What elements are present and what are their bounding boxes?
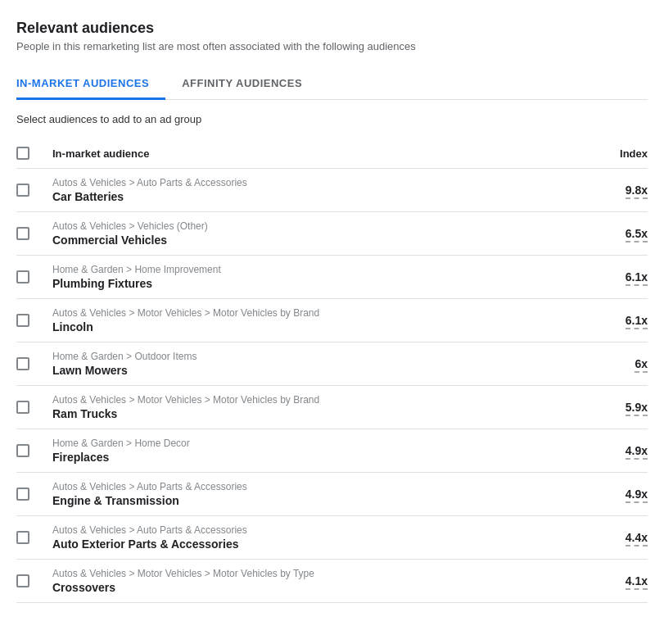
row-index-cell-7: 4.9x bbox=[582, 488, 648, 501]
tab-affinity[interactable]: AFFINITY AUDIENCES bbox=[182, 69, 318, 99]
index-value-4: 6x bbox=[635, 357, 648, 373]
table-row: Home & Garden > Home Improvement Plumbin… bbox=[16, 256, 648, 299]
index-value-2: 6.1x bbox=[626, 270, 648, 286]
table-row: Autos & Vehicles > Auto Parts & Accessor… bbox=[16, 169, 648, 212]
table-row: Autos & Vehicles > Vehicles (Other) Comm… bbox=[16, 212, 648, 256]
index-value-3: 6.1x bbox=[626, 314, 648, 329]
row-name-cell-7: Autos & Vehicles > Auto Parts & Accessor… bbox=[52, 481, 582, 507]
audience-name-1: Commercial Vehicles bbox=[52, 234, 582, 247]
select-label: Select audiences to add to an ad group bbox=[16, 113, 648, 125]
row-checkbox-cell-2 bbox=[16, 270, 52, 283]
row-checkbox-7[interactable] bbox=[16, 488, 29, 501]
audience-name-4: Lawn Mowers bbox=[52, 364, 582, 377]
row-checkbox-cell-4 bbox=[16, 357, 52, 370]
row-checkbox-9[interactable] bbox=[16, 574, 29, 587]
index-value-9: 4.1x bbox=[626, 574, 648, 590]
row-name-cell-4: Home & Garden > Outdoor Items Lawn Mower… bbox=[52, 351, 582, 377]
row-checkbox-0[interactable] bbox=[16, 184, 29, 197]
row-checkbox-6[interactable] bbox=[16, 444, 29, 457]
header-checkbox-cell bbox=[16, 147, 52, 160]
row-index-cell-4: 6x bbox=[582, 357, 648, 370]
row-name-cell-2: Home & Garden > Home Improvement Plumbin… bbox=[52, 264, 582, 290]
audience-name-6: Fireplaces bbox=[52, 451, 582, 464]
page-subtitle: People in this remarketing list are most… bbox=[16, 40, 648, 52]
row-index-cell-9: 4.1x bbox=[582, 574, 648, 587]
row-checkbox-4[interactable] bbox=[16, 357, 29, 370]
audience-name-9: Crossovers bbox=[52, 581, 582, 594]
row-index-cell-8: 4.4x bbox=[582, 531, 648, 544]
audience-category-2: Home & Garden > Home Improvement bbox=[52, 264, 582, 275]
row-checkbox-cell-6 bbox=[16, 444, 52, 457]
row-index-cell-1: 6.5x bbox=[582, 227, 648, 240]
audience-name-0: Car Batteries bbox=[52, 190, 582, 203]
row-name-cell-1: Autos & Vehicles > Vehicles (Other) Comm… bbox=[52, 220, 582, 247]
row-checkbox-5[interactable] bbox=[16, 401, 29, 414]
tab-in-market[interactable]: IN-MARKET AUDIENCES bbox=[16, 69, 165, 100]
index-value-8: 4.4x bbox=[626, 531, 648, 546]
main-container: Relevant audiences People in this remark… bbox=[0, 0, 664, 623]
table-row: Autos & Vehicles > Motor Vehicles > Moto… bbox=[16, 299, 648, 342]
audience-category-4: Home & Garden > Outdoor Items bbox=[52, 351, 582, 362]
row-index-cell-0: 9.8x bbox=[582, 184, 648, 197]
row-checkbox-cell-7 bbox=[16, 488, 52, 501]
audience-name-7: Engine & Transmission bbox=[52, 494, 582, 507]
index-value-0: 9.8x bbox=[626, 184, 648, 199]
row-checkbox-3[interactable] bbox=[16, 314, 29, 327]
row-index-cell-6: 4.9x bbox=[582, 444, 648, 457]
audience-category-0: Autos & Vehicles > Auto Parts & Accessor… bbox=[52, 177, 582, 188]
audience-category-9: Autos & Vehicles > Motor Vehicles > Moto… bbox=[52, 568, 582, 579]
row-checkbox-2[interactable] bbox=[16, 270, 29, 283]
row-checkbox-cell-0 bbox=[16, 184, 52, 197]
row-checkbox-cell-5 bbox=[16, 401, 52, 414]
audience-category-5: Autos & Vehicles > Motor Vehicles > Moto… bbox=[52, 394, 582, 406]
table-header-row: In-market audience Index bbox=[16, 138, 648, 169]
audience-category-7: Autos & Vehicles > Auto Parts & Accessor… bbox=[52, 481, 582, 492]
row-name-cell-0: Autos & Vehicles > Auto Parts & Accessor… bbox=[52, 177, 582, 203]
audience-name-8: Auto Exterior Parts & Accessories bbox=[52, 537, 582, 551]
table-row: Autos & Vehicles > Motor Vehicles > Moto… bbox=[16, 386, 648, 429]
row-checkbox-1[interactable] bbox=[16, 227, 29, 240]
audience-name-2: Plumbing Fixtures bbox=[52, 277, 582, 290]
audience-category-8: Autos & Vehicles > Auto Parts & Accessor… bbox=[52, 524, 582, 536]
col-header-index: Index bbox=[582, 147, 648, 160]
col-header-name: In-market audience bbox=[52, 147, 582, 160]
row-checkbox-cell-8 bbox=[16, 531, 52, 544]
select-all-checkbox[interactable] bbox=[16, 147, 29, 160]
page-title: Relevant audiences bbox=[16, 20, 648, 37]
audience-name-3: Lincoln bbox=[52, 320, 582, 333]
index-value-1: 6.5x bbox=[626, 227, 648, 243]
table-row: Autos & Vehicles > Auto Parts & Accessor… bbox=[16, 516, 648, 560]
row-checkbox-cell-9 bbox=[16, 574, 52, 587]
audience-name-5: Ram Trucks bbox=[52, 407, 582, 420]
index-value-6: 4.9x bbox=[626, 444, 648, 460]
table-row: Home & Garden > Outdoor Items Lawn Mower… bbox=[16, 342, 648, 386]
audience-category-1: Autos & Vehicles > Vehicles (Other) bbox=[52, 220, 582, 232]
row-name-cell-5: Autos & Vehicles > Motor Vehicles > Moto… bbox=[52, 394, 582, 420]
tabs-bar: IN-MARKET AUDIENCES AFFINITY AUDIENCES bbox=[16, 69, 648, 100]
table-row: Autos & Vehicles > Motor Vehicles > Moto… bbox=[16, 560, 648, 603]
index-value-7: 4.9x bbox=[626, 488, 648, 503]
row-index-cell-3: 6.1x bbox=[582, 314, 648, 327]
audience-category-6: Home & Garden > Home Decor bbox=[52, 438, 582, 449]
row-name-cell-9: Autos & Vehicles > Motor Vehicles > Moto… bbox=[52, 568, 582, 594]
row-checkbox-cell-3 bbox=[16, 314, 52, 327]
table-row: Home & Garden > Home Decor Fireplaces 4.… bbox=[16, 429, 648, 473]
row-index-cell-2: 6.1x bbox=[582, 270, 648, 283]
row-index-cell-5: 5.9x bbox=[582, 401, 648, 414]
row-checkbox-8[interactable] bbox=[16, 531, 29, 544]
table-body: Autos & Vehicles > Auto Parts & Accessor… bbox=[16, 169, 648, 603]
index-value-5: 5.9x bbox=[626, 401, 648, 416]
row-name-cell-6: Home & Garden > Home Decor Fireplaces bbox=[52, 438, 582, 464]
row-name-cell-8: Autos & Vehicles > Auto Parts & Accessor… bbox=[52, 524, 582, 551]
audience-category-3: Autos & Vehicles > Motor Vehicles > Moto… bbox=[52, 307, 582, 319]
audience-table: In-market audience Index Autos & Vehicle… bbox=[16, 138, 648, 603]
row-checkbox-cell-1 bbox=[16, 227, 52, 240]
row-name-cell-3: Autos & Vehicles > Motor Vehicles > Moto… bbox=[52, 307, 582, 333]
table-row: Autos & Vehicles > Auto Parts & Accessor… bbox=[16, 473, 648, 516]
